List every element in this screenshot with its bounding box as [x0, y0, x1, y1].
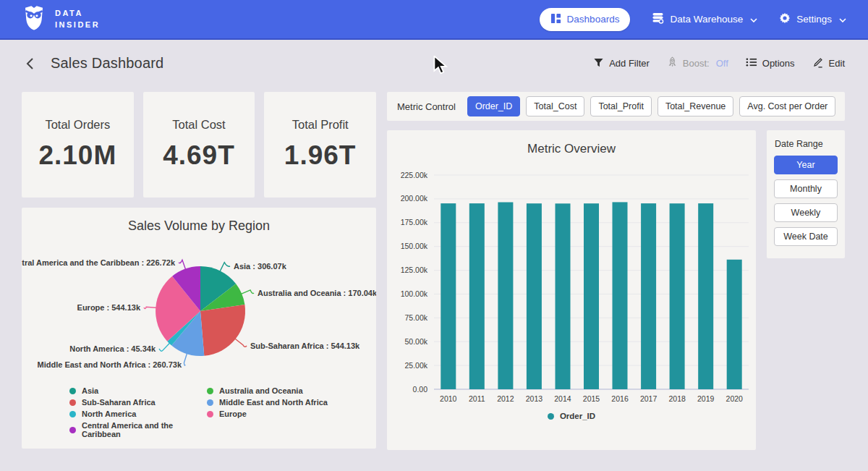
filter-funnel-icon	[593, 57, 604, 70]
boost-state: Off	[716, 58, 728, 69]
bar-2011[interactable]	[469, 203, 485, 389]
metric-option-total-revenue[interactable]: Total_Revenue	[658, 96, 733, 116]
pie-label: Middle East and North Africa : 260.73k	[38, 360, 182, 369]
legend-label: Central America and the Caribbean	[82, 421, 207, 438]
pencil-icon	[812, 56, 824, 70]
pie-leader-line	[159, 342, 171, 352]
bar-chart-legend: Order_ID	[387, 412, 756, 420]
legend-dot	[207, 411, 213, 417]
date-range-year[interactable]: Year	[774, 156, 838, 174]
legend-dot	[207, 388, 213, 394]
metric-option-total-cost[interactable]: Total_Cost	[526, 96, 584, 116]
bar-2019[interactable]	[698, 203, 713, 389]
pie-label: North America : 45.34k	[69, 344, 156, 353]
app-window: DATA INSIDER Dashboards	[0, 0, 868, 471]
kpi-card-total-cost: Total Cost 4.69T	[143, 92, 255, 198]
metric-option-order-id[interactable]: Order_ID	[467, 96, 520, 116]
legend-label: Order_ID	[560, 412, 595, 420]
y-tick-label: 200.00k	[401, 194, 428, 203]
kpi-label: Total Profit	[264, 118, 376, 132]
kpi-value: 2.10M	[22, 140, 134, 171]
kpi-label: Total Cost	[143, 118, 255, 132]
pie-label: Asia : 306.07k	[234, 262, 287, 271]
y-tick-label: 50.00k	[404, 337, 427, 346]
page-header: Sales Dashboard Add Filter Boost:Off	[0, 40, 868, 87]
bar-2017[interactable]	[641, 203, 656, 389]
bar-2018[interactable]	[670, 203, 685, 389]
rocket-icon	[667, 56, 678, 70]
kpi-card-total-orders: Total Orders 2.10M	[22, 92, 134, 198]
date-range-buttons: YearMonthlyWeeklyWeek Date	[774, 156, 838, 246]
x-tick-label: 2019	[697, 394, 715, 403]
bar-chart-title: Metric Overview	[387, 130, 756, 156]
pie-label: Australia and Oceania : 170.04k	[258, 289, 376, 297]
legend-dot	[69, 411, 76, 417]
y-tick-label: 100.00k	[401, 289, 428, 298]
pie-chart: Asia : 306.07kAustralia and Oceania : 17…	[22, 235, 376, 386]
legend-label: Australia and Oceania	[219, 386, 303, 395]
date-range-weekly[interactable]: Weekly	[774, 203, 838, 222]
x-tick-label: 2018	[668, 394, 686, 403]
pie-legend: AsiaSub-Saharan AfricaNorth AmericaCentr…	[22, 386, 376, 438]
x-tick-label: 2016	[611, 394, 629, 403]
x-tick-label: 2013	[526, 394, 543, 403]
y-tick-label: 125.00k	[401, 266, 428, 274]
pie-leader-line	[234, 338, 247, 347]
metric-option-avg-cost-per-order[interactable]: Avg. Cost per Order	[739, 96, 835, 116]
legend-item-central-america-and-the-caribbean[interactable]: Central America and the Caribbean	[69, 421, 207, 438]
x-tick-label: 2015	[583, 394, 600, 403]
pie-leader-line	[184, 352, 187, 365]
y-tick-label: 75.00k	[404, 313, 427, 322]
bar-2016[interactable]	[613, 202, 628, 389]
legend-item-asia[interactable]: Asia	[69, 386, 207, 395]
legend-item-middle-east-and-north-africa[interactable]: Middle East and North Africa	[207, 398, 328, 407]
date-range-week-date[interactable]: Week Date	[774, 227, 838, 246]
date-range-monthly[interactable]: Monthly	[774, 179, 838, 198]
y-tick-label: 25.00k	[404, 361, 427, 370]
legend-item-sub-saharan-africa[interactable]: Sub-Saharan Africa	[69, 398, 207, 407]
bar-2013[interactable]	[527, 203, 542, 389]
x-tick-label: 2017	[640, 394, 658, 403]
legend-item-australia-and-oceania[interactable]: Australia and Oceania	[207, 386, 328, 395]
metric-option-total-profit[interactable]: Total_Profit	[590, 96, 652, 116]
legend-label: Asia	[82, 386, 98, 395]
brand-logo[interactable]: DATA INSIDER	[22, 4, 100, 34]
nav-data-warehouse-menu[interactable]: Data Warehouse	[652, 12, 757, 26]
date-range-label: Date Range	[775, 139, 838, 149]
metric-control-label: Metric Control	[397, 101, 456, 112]
nav-dashboards-button[interactable]: Dashboards	[540, 8, 631, 31]
chevron-down-icon	[750, 14, 757, 25]
pie-leader-line	[239, 290, 254, 294]
x-tick-label: 2010	[440, 394, 457, 403]
bar-2020[interactable]	[727, 260, 742, 389]
legend-label: Middle East and North Africa	[219, 398, 328, 407]
x-tick-label: 2011	[469, 394, 485, 403]
pie-slice-sub-saharan-africa[interactable]	[200, 305, 245, 356]
page-title: Sales Dashboard	[51, 55, 163, 72]
boost-toggle[interactable]: Boost:Off	[667, 56, 728, 70]
back-button[interactable]	[22, 56, 38, 72]
bar-2015[interactable]	[584, 203, 599, 389]
legend-dot	[69, 399, 76, 406]
brand-name: DATA INSIDER	[55, 8, 100, 31]
bar-2010[interactable]	[441, 203, 456, 389]
legend-dot	[548, 413, 554, 420]
legend-item-north-america[interactable]: North America	[69, 410, 207, 418]
y-tick-label: 225.00k	[401, 171, 428, 179]
nav-settings-menu[interactable]: Settings	[779, 12, 846, 26]
options-button[interactable]: Options	[746, 57, 795, 69]
edit-button[interactable]: Edit	[812, 56, 845, 70]
metric-buttons: Order_IDTotal_CostTotal_ProfitTotal_Reve…	[467, 96, 835, 116]
bar-2012[interactable]	[498, 203, 513, 390]
database-icon	[652, 12, 664, 26]
add-filter-button[interactable]: Add Filter	[593, 57, 650, 70]
legend-dot	[207, 399, 213, 406]
bar-2014[interactable]	[556, 203, 571, 389]
legend-label: Europe	[219, 410, 247, 418]
pie-label: Europe : 544.13k	[77, 303, 141, 312]
legend-item-europe[interactable]: Europe	[207, 410, 328, 418]
kpi-card-total-profit: Total Profit 1.96T	[264, 92, 376, 198]
pie-label: Central America and the Caribbean : 226.…	[22, 258, 176, 267]
kpi-value: 1.96T	[264, 140, 376, 171]
x-tick-label: 2020	[726, 394, 744, 403]
